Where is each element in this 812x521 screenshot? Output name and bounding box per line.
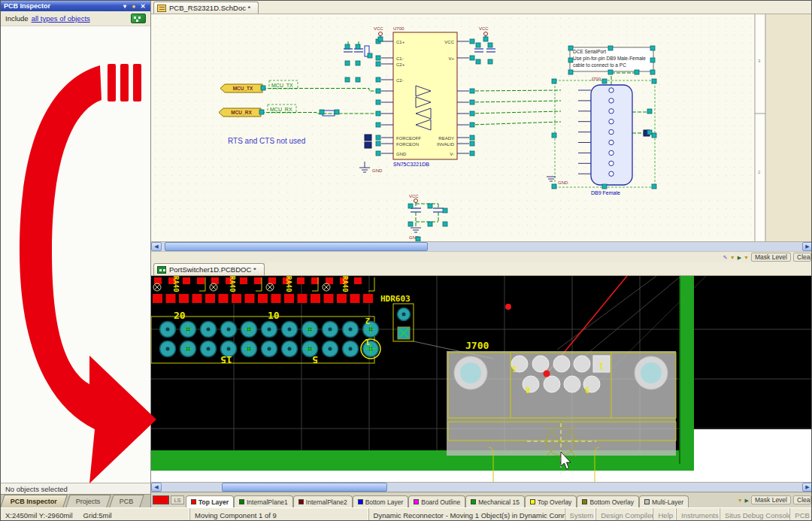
panel-tab-pcb[interactable]: PCB	[109, 495, 144, 507]
component-hdr603[interactable]: HDR603	[380, 294, 414, 341]
layer-tab-mechanical-15[interactable]: Mechanical 15	[465, 495, 525, 507]
layer-tab-top-overlay[interactable]: Top Overlay	[525, 495, 577, 507]
menu-pcb[interactable]: PCB	[790, 508, 812, 521]
layer-color-swatch	[191, 499, 196, 504]
capacitor-cluster-right[interactable]	[474, 49, 495, 52]
filter-icon[interactable]: ▼	[738, 498, 743, 503]
pcb-hscrollbar[interactable]: ◀ ▶	[151, 482, 812, 492]
scroll-right-icon[interactable]: ▶	[802, 242, 812, 251]
selected-power-port[interactable]	[365, 142, 371, 148]
clear-button[interactable]: Clear	[793, 495, 811, 504]
svg-text:V+: V+	[448, 56, 454, 61]
panel-window-icon[interactable]: ●	[129, 3, 138, 10]
panel-dropdown-icon[interactable]: ▾	[120, 3, 129, 10]
filter-play-icon[interactable]: ▶	[745, 498, 749, 503]
header-pin1-label: 1	[365, 337, 370, 347]
layer-tab-internalplane1[interactable]: InternalPlane1	[234, 495, 293, 507]
panel-close-icon[interactable]: ✕	[138, 3, 147, 10]
pcb-tabbar: PortSwitcher1D.PCBDOC *	[151, 262, 812, 276]
layer-tab-internalplane2[interactable]: InternalPlane2	[293, 495, 353, 507]
svg-text:9: 9	[585, 386, 589, 394]
clear-button[interactable]: Clear	[793, 253, 811, 262]
layer-color-swatch	[582, 499, 587, 504]
filter-icon[interactable]: ▼	[744, 255, 749, 260]
panel-tab-pcb-inspector[interactable]: PCB Inspector	[0, 495, 68, 507]
selected-power-port[interactable]	[365, 135, 371, 141]
db9-connector-symbol[interactable]: J700 DB9 Female	[555, 77, 655, 195]
port-mcu-rx[interactable]: MCU_RX	[219, 108, 261, 117]
include-types-link[interactable]: all types of objects	[32, 14, 90, 23]
menu-situs-debug-console[interactable]: Situs Debug Console	[720, 508, 790, 521]
layer-tab-bottom-overlay[interactable]: Bottom Overlay	[577, 495, 639, 507]
layer-set-button[interactable]: LS	[171, 495, 184, 504]
schematic-pane: PCB_RS2321D.SchDoc * 3 2	[151, 1, 812, 262]
svg-text:C1-: C1-	[396, 56, 404, 61]
decoupling-circuit[interactable]: VCC GND	[409, 194, 444, 240]
gnd-power-port[interactable]: GND	[547, 177, 568, 185]
brush-icon[interactable]: ✎	[723, 255, 728, 260]
pcbdoc-icon	[157, 266, 166, 274]
layer-tab-bar: LS Top Layer InternalPlane1 InternalPlan…	[151, 492, 812, 507]
menu-system[interactable]: System	[565, 508, 597, 521]
menu-help[interactable]: Help	[653, 508, 677, 521]
j700-designator: J700	[465, 340, 489, 351]
smd-pad-array[interactable]	[153, 277, 373, 303]
svg-text:GND: GND	[558, 180, 568, 185]
status-message: Moving Component 1 of 9	[195, 511, 277, 519]
scroll-right-icon[interactable]: ▶	[802, 483, 812, 492]
status-bar: X:2450mil Y:-2960mil Grid:5mil Moving Co…	[1, 507, 812, 521]
mask-level-button[interactable]: Mask Level	[751, 253, 791, 262]
svg-text:VCC: VCC	[374, 26, 383, 31]
menu-design-compiler[interactable]: Design Compiler	[596, 508, 653, 521]
pcb-canvas[interactable]: RA40 RA40 RA40 RA40 20 10 15 5 2 1 HDR60…	[151, 276, 812, 482]
svg-text:FORCEON: FORCEON	[396, 142, 419, 147]
filter-icon[interactable]: ▼	[730, 255, 735, 260]
schematic-doc-tab[interactable]: PCB_RS2321D.SchDoc *	[153, 2, 259, 14]
ic-rs232-transceiver[interactable]: U700 SN75C3221DB C1+ C1- C2+ C2- FORCEOF…	[376, 26, 474, 167]
svg-text:HDR603: HDR603	[380, 294, 411, 304]
include-row: Include all types of objects	[1, 11, 150, 26]
through-hole-pads[interactable]	[160, 322, 381, 359]
current-layer-swatch[interactable]	[153, 495, 169, 504]
schdoc-icon	[157, 5, 166, 12]
schematic-hscrollbar[interactable]: ◀ ▶	[151, 241, 812, 251]
grid-setting: Grid:5mil	[83, 511, 112, 519]
gnd-power-port[interactable]: GND	[359, 162, 383, 173]
pcb-doc-tab[interactable]: PortSwitcher1D.PCBDOC *	[153, 263, 265, 275]
header-pin2-label: 2	[365, 316, 371, 326]
filter-play-icon[interactable]: ▶	[738, 255, 741, 260]
ra-designator: RA40	[172, 276, 180, 292]
ic-part-number: SN75C3221DB	[393, 162, 429, 167]
svg-text:1: 1	[599, 362, 604, 370]
layer-tabs: Top Layer InternalPlane1 InternalPlane2 …	[186, 492, 736, 507]
ra-designator: RA40	[341, 276, 349, 292]
svg-text:FORCEOFF: FORCEOFF	[396, 136, 421, 141]
panel-titlebar[interactable]: PCB Inspector ▾ ● ✕	[1, 1, 150, 11]
coords-cell: X:2450mil Y:-2960mil Grid:5mil	[1, 508, 190, 521]
svg-text:VCC: VCC	[479, 26, 489, 31]
svg-text:MCU_TX: MCU_TX	[233, 86, 253, 91]
layer-tab-bottom-layer[interactable]: Bottom Layer	[353, 495, 409, 507]
scroll-thumb[interactable]	[165, 242, 428, 251]
net-label-mcu-tx[interactable]: MCU_TX	[269, 80, 298, 89]
header-pin15-label: 15	[220, 354, 232, 365]
layer-tab-top-layer[interactable]: Top Layer	[186, 495, 234, 507]
ra-designator: RA40	[229, 276, 236, 292]
svg-text:V-: V-	[450, 152, 454, 156]
message-cell: Moving Component 1 of 9	[190, 508, 369, 521]
menu-instruments[interactable]: Instruments	[677, 508, 720, 521]
port-mcu-tx[interactable]: MCU_TX	[220, 84, 262, 92]
layer-tab-board-outline[interactable]: Board Outline	[408, 495, 465, 507]
scroll-left-icon[interactable]: ◀	[151, 242, 162, 251]
svg-text:VCC: VCC	[444, 40, 454, 44]
panel-tab-projects[interactable]: Projects	[65, 495, 111, 507]
schematic-canvas[interactable]: 3 2 U700 SN75C3221DB	[151, 14, 812, 241]
scroll-left-icon[interactable]: ◀	[151, 483, 162, 492]
mask-level-button[interactable]: Mask Level	[751, 495, 791, 504]
schematic-annotation: RTS and CTS not used	[228, 137, 305, 145]
layer-color-swatch	[644, 499, 650, 504]
layer-tab-multi-layer[interactable]: Multi-Layer	[639, 495, 689, 507]
scroll-thumb[interactable]	[222, 483, 387, 492]
note-text-frame[interactable]: DCE SerialPort Use pin-for-pin DB9 Male-…	[570, 47, 653, 71]
net-label-mcu-rx[interactable]: MCU_RX	[268, 105, 296, 113]
